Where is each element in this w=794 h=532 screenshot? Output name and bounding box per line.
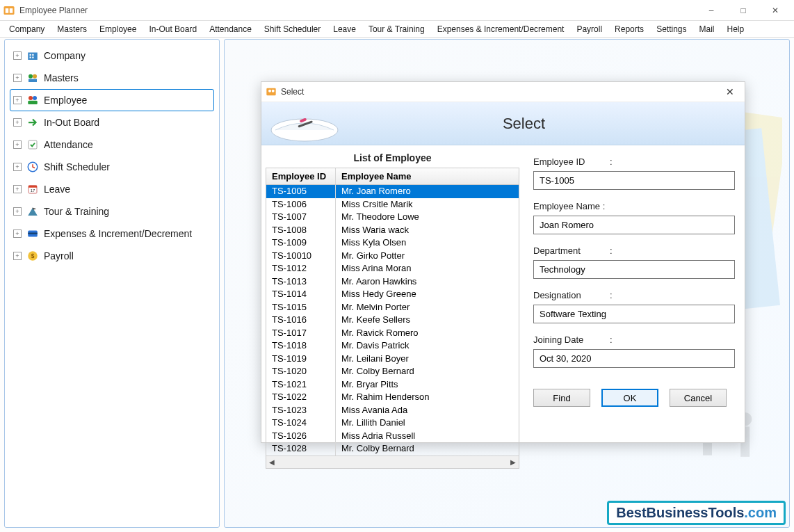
tree-company[interactable]: +Company: [10, 45, 213, 66]
cell-employee-name: Mr. Melvin Porter: [336, 301, 519, 314]
cell-employee-name: Miss Adria Russell: [336, 430, 519, 443]
table-row[interactable]: TS-1008Miss Waria wack: [266, 224, 519, 237]
table-row[interactable]: TS-1005Mr. Joan Romero: [266, 185, 519, 198]
tree-employee[interactable]: +Employee: [10, 90, 213, 111]
minimize-button[interactable]: –: [695, 0, 727, 21]
expand-icon[interactable]: +: [13, 118, 22, 127]
table-row[interactable]: TS-1024Mr. Lillith Daniel: [266, 417, 519, 430]
table-row[interactable]: TS-1022Mr. Rahim Henderson: [266, 391, 519, 404]
table-row[interactable]: TS-1021Mr. Bryar Pitts: [266, 378, 519, 392]
find-button[interactable]: Find: [533, 389, 590, 407]
table-row[interactable]: TS-1019Mr. Leilani Boyer: [266, 353, 519, 366]
svg-rect-17: [29, 186, 37, 188]
tree-label: Leave: [44, 184, 70, 195]
window-title: Employee Planner: [19, 6, 695, 15]
table-row[interactable]: TS-1012Miss Arina Moran: [266, 262, 519, 275]
table-row[interactable]: TS-1009Miss Kyla Olsen: [266, 236, 519, 250]
table-row[interactable]: TS-1026Miss Adria Russell: [266, 430, 519, 443]
expand-icon[interactable]: +: [13, 51, 22, 60]
tree-in-out-board[interactable]: +In-Out Board: [10, 112, 213, 133]
banner-book-icon: [261, 102, 345, 145]
watermark-logo: BestBusinessTools.com: [607, 501, 786, 525]
menu-reports[interactable]: Reports: [608, 22, 650, 36]
tree-leave[interactable]: +17Leave: [10, 179, 213, 200]
expand-icon[interactable]: +: [13, 96, 22, 104]
tree-attendance[interactable]: +Attendance: [10, 134, 213, 155]
cell-employee-name: Mr. Bryar Pitts: [336, 378, 519, 392]
table-row[interactable]: TS-1028Mr. Colby Bernard: [266, 442, 519, 456]
col-employee-id[interactable]: Employee ID: [266, 168, 336, 184]
menu-attendance[interactable]: Attendance: [203, 22, 258, 36]
svg-point-9: [33, 74, 37, 79]
field-employee-name[interactable]: Joan Romero: [533, 216, 735, 234]
table-row[interactable]: TS-1018Mr. Davis Patrick: [266, 339, 519, 353]
tree-tour-training[interactable]: +Tour & Training: [10, 201, 213, 222]
cell-employee-name: Mr. Keefe Sellers: [336, 314, 519, 327]
ok-button[interactable]: OK: [601, 389, 658, 407]
cell-employee-id: TS-1015: [266, 301, 336, 314]
tree-shift-scheduler[interactable]: +Shift Scheduler: [10, 156, 213, 177]
svg-rect-2: [10, 8, 13, 13]
svg-rect-20: [28, 233, 38, 234]
menu-masters[interactable]: Masters: [51, 22, 93, 36]
close-button[interactable]: ✕: [759, 0, 791, 21]
horizontal-scrollbar[interactable]: ◀▶: [266, 456, 519, 468]
tree-label: Payroll: [44, 250, 74, 261]
dialog-close-button[interactable]: ✕: [720, 82, 740, 102]
payroll-icon: $: [26, 250, 40, 262]
expand-icon[interactable]: +: [13, 229, 22, 238]
cell-employee-id: TS-1022: [266, 391, 336, 404]
cell-employee-name: Miss Kyla Olsen: [336, 236, 519, 250]
tree-expenses-increment-decrement[interactable]: +Expenses & Increment/Decrement: [10, 223, 213, 244]
cancel-button[interactable]: Cancel: [670, 389, 727, 407]
table-row[interactable]: TS-1023Miss Avania Ada: [266, 404, 519, 417]
dialog-titlebar[interactable]: Select ✕: [261, 82, 745, 102]
tree-masters[interactable]: +Masters: [10, 67, 213, 88]
label-designation: Designation:: [533, 290, 735, 300]
menu-settings[interactable]: Settings: [650, 22, 692, 36]
dialog-banner-title: Select: [345, 115, 745, 133]
table-row[interactable]: TS-1016Mr. Keefe Sellers: [266, 314, 519, 327]
grid-body[interactable]: TS-1005Mr. Joan RomeroTS-1006Miss Crsitl…: [266, 185, 519, 456]
menu-payroll[interactable]: Payroll: [570, 22, 608, 36]
cell-employee-name: Mr. Leilani Boyer: [336, 353, 519, 366]
field-department[interactable]: Technology: [533, 260, 735, 279]
cell-employee-name: Mr. Theodore Lowe: [336, 211, 519, 224]
menu-help[interactable]: Help: [721, 22, 751, 36]
menu-in-out-board[interactable]: In-Out Board: [143, 22, 203, 36]
col-employee-name[interactable]: Employee Name: [336, 168, 519, 184]
menu-tour-training[interactable]: Tour & Training: [362, 22, 431, 36]
expand-icon[interactable]: +: [13, 185, 22, 193]
cell-employee-name: Mr. Colby Bernard: [336, 365, 519, 378]
tree-payroll[interactable]: +$Payroll: [10, 245, 213, 266]
field-employee-id[interactable]: TS-1005: [533, 171, 735, 190]
menu-company[interactable]: Company: [3, 22, 51, 36]
expand-icon[interactable]: +: [13, 74, 22, 82]
expand-icon[interactable]: +: [13, 252, 22, 260]
menu-employee[interactable]: Employee: [93, 22, 143, 36]
expand-icon[interactable]: +: [13, 163, 22, 171]
cell-employee-id: TS-1021: [266, 378, 336, 392]
table-row[interactable]: TS-1020Mr. Colby Bernard: [266, 365, 519, 378]
cell-employee-id: TS-1023: [266, 404, 336, 417]
maximize-button[interactable]: □: [727, 0, 759, 21]
table-row[interactable]: TS-1015Mr. Melvin Porter: [266, 301, 519, 314]
table-row[interactable]: TS-10010Mr. Girko Potter: [266, 250, 519, 263]
menu-shift-scheduler[interactable]: Shift Scheduler: [258, 22, 327, 36]
menu-leave[interactable]: Leave: [327, 22, 362, 36]
table-row[interactable]: TS-1013Mr. Aaron Hawkins: [266, 275, 519, 289]
svg-rect-7: [32, 57, 33, 58]
field-designation[interactable]: Software Texting: [533, 305, 735, 323]
grid-header: Employee ID Employee Name: [266, 168, 519, 185]
menu-expenses-increment-decrement[interactable]: Expenses & Increment/Decrement: [431, 22, 571, 36]
sidebar-tree: +Company+Masters+Employee+In-Out Board+A…: [4, 39, 220, 528]
table-row[interactable]: TS-1007Mr. Theodore Lowe: [266, 211, 519, 224]
field-joining-date[interactable]: Oct 30, 2020: [533, 349, 735, 368]
table-row[interactable]: TS-1017Mr. Ravick Romero: [266, 327, 519, 340]
expand-icon[interactable]: +: [13, 140, 22, 149]
tree-label: Attendance: [44, 139, 93, 150]
menu-mail[interactable]: Mail: [692, 22, 720, 36]
table-row[interactable]: TS-1006Miss Crsitle Marik: [266, 198, 519, 211]
table-row[interactable]: TS-1014Miss Hedy Greene: [266, 288, 519, 301]
expand-icon[interactable]: +: [13, 207, 22, 216]
